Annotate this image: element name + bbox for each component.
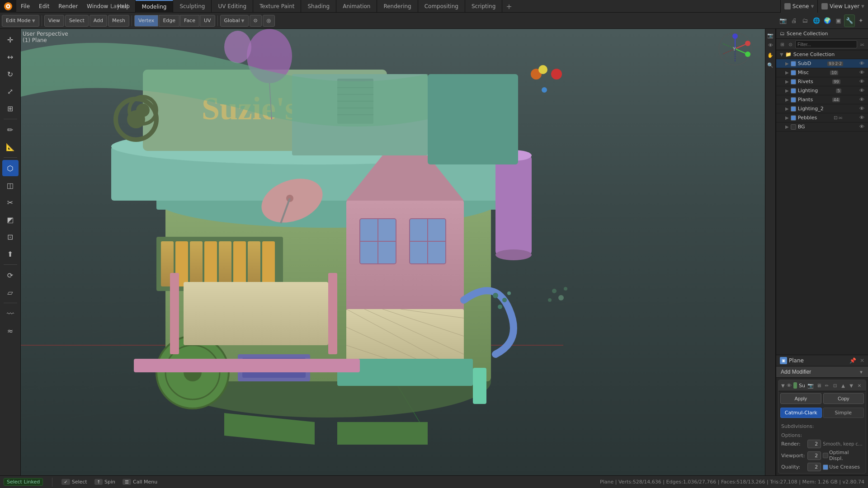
props-render-btn[interactable]: 📷 — [778, 14, 788, 27]
transform-space[interactable]: Global ▼ — [220, 15, 249, 27]
tab-shading[interactable]: Shading — [301, 0, 336, 13]
tab-layout[interactable]: Layout — [104, 0, 136, 13]
sc-rivets-checkbox[interactable] — [791, 79, 796, 84]
sc-lighting-toggle[interactable]: ▶ — [785, 88, 789, 93]
loop-cut-btn[interactable]: ◫ — [2, 177, 19, 193]
modifier-pin-btn[interactable]: 📌 — [849, 357, 856, 364]
sc-bg-eye[interactable]: 👁 — [859, 124, 864, 130]
spin-btn[interactable]: ⟳ — [2, 267, 19, 283]
rotate-tool-btn[interactable]: ↻ — [2, 66, 19, 82]
catmull-clark-tab[interactable]: Catmul-Clark — [780, 408, 822, 418]
move-tool-btn[interactable]: ↔ — [2, 49, 19, 65]
mod-vis-toggle[interactable]: ▼ — [781, 383, 785, 388]
select-menu[interactable]: Select — [65, 15, 89, 27]
sc-filter-btn[interactable]: ⊞ — [779, 40, 786, 48]
vertex-mode-btn[interactable]: Vertex — [134, 15, 158, 27]
mod-cage-toggle[interactable]: ⊡ — [831, 382, 839, 389]
sc-item-lighting2[interactable]: ▶ Lighting_2 👁 — [776, 104, 868, 113]
optimal-checkbox[interactable] — [823, 453, 828, 458]
select-box-btn[interactable]: ⬡ — [2, 160, 19, 176]
copy-button[interactable]: Copy — [823, 393, 864, 404]
add-modifier-button[interactable]: Add Modifier ▼ — [776, 366, 868, 378]
snap-btn[interactable]: ⊙ — [250, 15, 262, 27]
smooth-btn[interactable]: 〰 — [2, 305, 19, 322]
inset-btn[interactable]: ⊡ — [2, 229, 19, 245]
sc-plants-eye[interactable]: 👁 — [859, 97, 864, 103]
proportional-btn[interactable]: ◎ — [263, 15, 275, 27]
sc-pebbles-eye[interactable]: 👁 — [859, 115, 864, 121]
sc-root-toggle[interactable]: ▼ — [780, 52, 783, 57]
props-particles-btn[interactable]: ✦ — [855, 14, 866, 27]
sc-rivets-eye[interactable]: 👁 — [859, 79, 864, 84]
mod-editmode-toggle[interactable]: ✏ — [823, 382, 830, 389]
props-modifier-btn[interactable]: 🔧 — [844, 14, 855, 27]
mod-viewport-toggle[interactable]: 🖥 — [815, 382, 822, 389]
sc-plants-checkbox[interactable] — [791, 97, 796, 103]
menu-file[interactable]: File — [16, 0, 34, 12]
extrude-btn[interactable]: ⬆ — [2, 246, 19, 262]
viewlayer-selector[interactable]: View Layer ▼ — [817, 0, 868, 13]
cursor-tool-btn[interactable]: ✛ — [2, 32, 19, 48]
mod-close[interactable]: ✕ — [856, 382, 863, 389]
quality-value[interactable]: 2 — [807, 463, 821, 471]
props-world-btn[interactable]: 🌍 — [822, 14, 833, 27]
rnt-move-btn[interactable]: ✋ — [766, 51, 775, 60]
sc-item-misc[interactable]: ▶ Misc 10 👁 — [776, 68, 868, 77]
apply-button[interactable]: Apply — [780, 393, 821, 404]
tab-scripting[interactable]: Scripting — [465, 0, 502, 13]
sc-bg-checkbox[interactable] — [791, 124, 796, 130]
sc-rivets-toggle[interactable]: ▶ — [785, 79, 789, 84]
use-creases-checkbox[interactable] — [823, 465, 828, 470]
sc-item-bg[interactable]: ▶ BG 👁 — [776, 122, 868, 131]
menu-edit[interactable]: Edit — [34, 0, 54, 12]
sc-item-subd[interactable]: ▶ SubD 93·2·2 👁 — [776, 59, 868, 68]
face-mode-btn[interactable]: Face — [180, 15, 199, 27]
props-output-btn[interactable]: 🖨 — [789, 14, 800, 27]
sc-lighting-checkbox[interactable] — [791, 88, 796, 94]
rnt-view-btn[interactable]: 👁 — [766, 41, 775, 50]
props-viewlayer-btn[interactable]: 🗂 — [800, 14, 811, 27]
sc-plants-toggle[interactable]: ▶ — [785, 97, 789, 102]
shear-btn[interactable]: ▱ — [2, 284, 19, 300]
tab-sculpting[interactable]: Sculpting — [173, 0, 212, 13]
tab-rendering[interactable]: Rendering — [377, 0, 418, 13]
3d-viewport[interactable]: Suzie's — [21, 29, 776, 475]
edge-mode-btn[interactable]: Edge — [159, 15, 179, 27]
relax-btn[interactable]: ≈ — [2, 323, 19, 339]
mode-selector[interactable]: Edit Mode ▼ — [2, 15, 39, 27]
tab-uv-editing[interactable]: UV Editing — [212, 0, 253, 13]
sc-item-plants[interactable]: ▶ Plants 44 👁 — [776, 95, 868, 104]
transform-tool-btn[interactable]: ⊞ — [2, 100, 19, 117]
render-value[interactable]: 2 — [807, 440, 821, 448]
viewport-value[interactable]: 2 — [807, 451, 821, 460]
rnt-zoom-btn[interactable]: 🔍 — [766, 61, 775, 70]
sc-item-pebbles[interactable]: ▶ Pebbles ⊡ ⫗ 👁 — [776, 113, 868, 122]
add-menu[interactable]: Add — [90, 15, 107, 27]
sc-pebbles-checkbox[interactable] — [791, 115, 796, 121]
mod-move-down[interactable]: ▼ — [848, 382, 855, 389]
sc-bg-toggle[interactable]: ▶ — [785, 124, 789, 129]
tab-compositing[interactable]: Compositing — [418, 0, 465, 13]
sc-sync-btn[interactable]: ⊙ — [787, 40, 794, 48]
tab-animation[interactable]: Animation — [336, 0, 377, 13]
props-object-btn[interactable]: ▣ — [833, 14, 844, 27]
mesh-menu[interactable]: Mesh — [108, 15, 129, 27]
sc-search-input[interactable] — [795, 40, 857, 48]
sc-lighting2-toggle[interactable]: ▶ — [785, 106, 789, 111]
sc-subd-eye[interactable]: 👁 — [859, 61, 864, 66]
sc-funnel-btn[interactable]: ⫗ — [859, 40, 865, 48]
scene-selector[interactable]: Scene ▼ — [780, 0, 818, 13]
bevel-btn[interactable]: ◩ — [2, 211, 19, 228]
sc-subd-checkbox[interactable] — [791, 61, 796, 66]
props-scene-btn[interactable]: 🌐 — [811, 14, 822, 27]
tab-modeling[interactable]: Modeling — [136, 0, 174, 13]
uv-btn[interactable]: UV — [200, 15, 215, 27]
sc-misc-eye[interactable]: 👁 — [859, 70, 864, 75]
sc-subd-toggle[interactable]: ▶ — [785, 61, 789, 66]
sc-lighting2-eye[interactable]: 👁 — [859, 106, 864, 112]
mod-vis-eye[interactable]: 👁 — [787, 383, 792, 389]
modifier-close-btn[interactable]: ✕ — [860, 357, 864, 364]
add-workspace-tab[interactable]: + — [502, 2, 515, 11]
navigation-gizmo[interactable]: Y — [717, 31, 753, 67]
view-menu[interactable]: View — [44, 15, 64, 27]
